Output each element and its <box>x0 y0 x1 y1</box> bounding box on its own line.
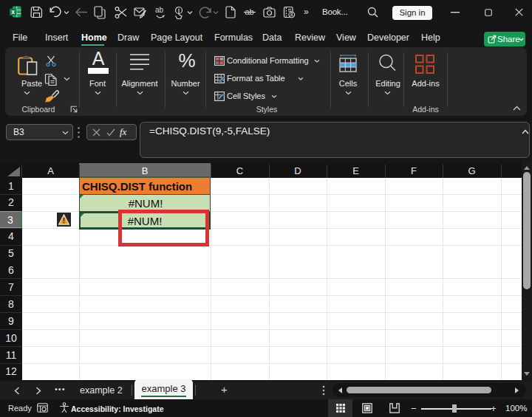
svg-text:x: x <box>11 8 15 15</box>
svg-text:ab: ab <box>155 6 164 14</box>
